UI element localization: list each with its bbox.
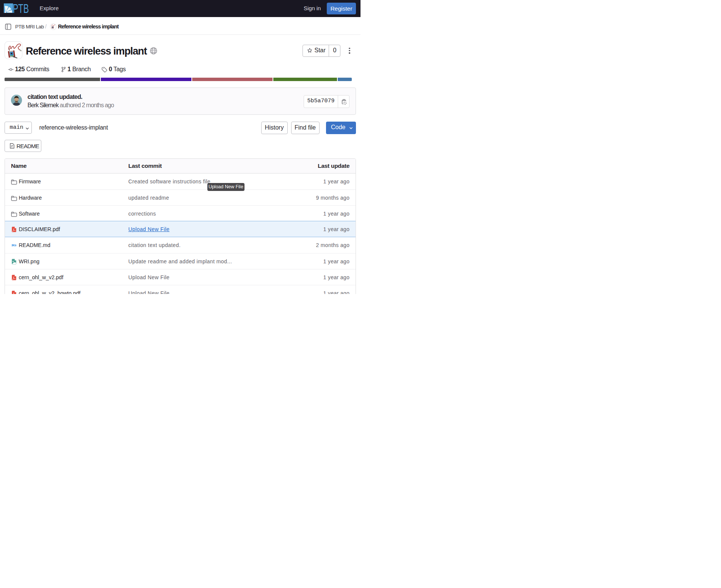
svg-text:PTB: PTB xyxy=(13,3,29,14)
